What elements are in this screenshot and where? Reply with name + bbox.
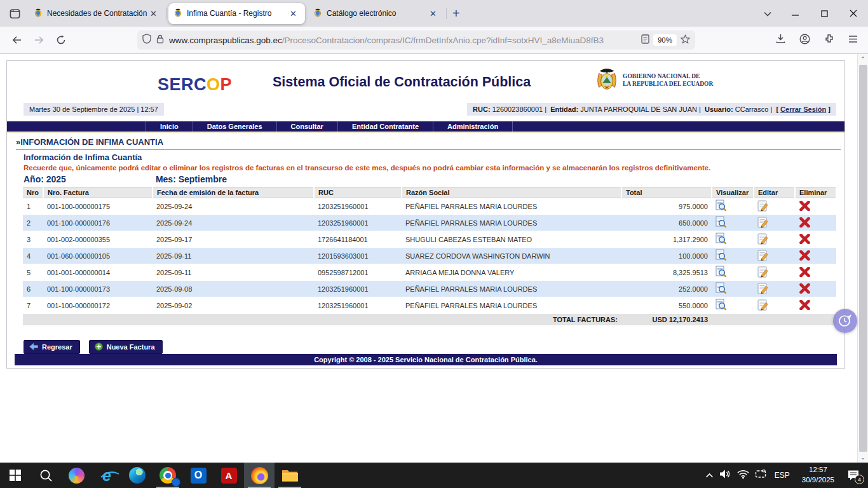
language-indicator[interactable]: ESP	[772, 471, 792, 480]
fecha-cell: 2025-09-24	[153, 198, 314, 215]
window-maximize-button[interactable]	[810, 0, 839, 27]
chrome-icon[interactable]	[153, 463, 183, 488]
total-facturas-value: USD 12,170.2413	[621, 314, 712, 326]
file-explorer-icon[interactable]	[275, 463, 305, 488]
tab-close-icon[interactable]: ✕	[287, 8, 300, 20]
action-cell	[754, 215, 795, 231]
visualizar-icon[interactable]	[715, 266, 727, 279]
factura-cell: 001-100-000000173	[43, 281, 153, 297]
menu-item-inicio[interactable]: Inicio	[146, 121, 193, 132]
menu-items: Inicio Datos Generales Consultar Entidad…	[146, 121, 513, 132]
invoice-table-body: 1001-100-0000001752025-09-24120325196000…	[23, 198, 836, 314]
firefox-icon[interactable]	[244, 463, 275, 488]
forward-icon[interactable]	[34, 35, 44, 45]
editar-icon[interactable]	[757, 299, 769, 312]
copilot-icon[interactable]	[61, 463, 92, 488]
editar-icon[interactable]	[757, 250, 769, 262]
invoice-row: 5001-001-0000000142025-09-11095259871200…	[23, 264, 836, 281]
editar-icon[interactable]	[757, 200, 769, 213]
url-bar[interactable]: www.compraspublicas.gob.ec/ProcesoContra…	[137, 30, 695, 50]
menu-item-datos-generales[interactable]: Datos Generales	[193, 121, 277, 132]
nueva-factura-button[interactable]: Nueva Factura	[89, 340, 163, 354]
account-icon[interactable]	[799, 34, 810, 47]
lock-icon[interactable]	[156, 34, 164, 46]
scrollbar-thumb[interactable]	[859, 65, 867, 452]
col-header-fecha: Fecha de emisión de la factura	[153, 187, 314, 198]
menu-item-administracion[interactable]: Administración	[433, 121, 513, 132]
site-header: SERCOP Sistema Oficial de Contratación P…	[7, 61, 844, 100]
window-minimize-button[interactable]	[780, 0, 810, 27]
clock-icon	[837, 313, 853, 329]
edge-icon[interactable]	[122, 463, 153, 488]
back-icon[interactable]	[11, 35, 22, 45]
ecuador-crest-favicon	[173, 8, 182, 19]
url-text[interactable]: www.compraspublicas.gob.ec/ProcesoContra…	[169, 36, 641, 45]
visualizar-icon[interactable]	[715, 299, 727, 312]
firefox-view-icon[interactable]	[4, 3, 25, 24]
cast-icon[interactable]	[755, 470, 766, 481]
extensions-icon[interactable]	[824, 34, 834, 46]
taskbar-search-button[interactable]	[31, 463, 61, 488]
ecuador-coat-of-arms-icon	[595, 67, 619, 94]
reader-mode-icon[interactable]	[641, 34, 649, 46]
editar-icon[interactable]	[757, 283, 769, 295]
tab-infima-cuantia[interactable]: Infima Cuantía - Registro ✕	[168, 3, 305, 24]
fecha-cell: 2025-09-02	[153, 297, 314, 314]
eliminar-icon[interactable]	[799, 234, 811, 245]
eliminar-icon[interactable]	[799, 300, 811, 311]
browser-toolbar: www.compraspublicas.gob.ec/ProcesoContra…	[0, 27, 868, 54]
tab-necesidades[interactable]: Necesidades de Contratación y ✕	[29, 3, 165, 24]
zoom-level-chip[interactable]: 90%	[653, 34, 677, 46]
regresar-button[interactable]: Regresar	[24, 340, 80, 354]
wifi-icon[interactable]	[737, 470, 749, 482]
razon-social-cell: PEÑAFIEL PARRALES MARIA LOURDES	[402, 198, 621, 215]
eliminar-icon[interactable]	[799, 201, 811, 212]
visualizar-icon[interactable]	[715, 233, 727, 246]
downloads-icon[interactable]	[776, 34, 785, 46]
tab-close-icon[interactable]: ✕	[426, 8, 440, 20]
page-scrollbar[interactable]: ⌃ ⌄	[857, 54, 868, 463]
eliminar-icon[interactable]	[799, 267, 811, 278]
outlook-icon[interactable]: O	[183, 463, 214, 488]
list-tabs-chevron-icon[interactable]	[755, 8, 780, 19]
logout-link[interactable]: Cerrar Sesión	[780, 105, 826, 113]
action-cell	[795, 198, 836, 215]
editar-icon[interactable]	[757, 266, 769, 279]
internet-explorer-icon[interactable]: e	[92, 463, 122, 488]
visualizar-icon[interactable]	[715, 216, 727, 229]
start-button[interactable]	[0, 463, 31, 488]
shield-icon[interactable]	[142, 34, 151, 46]
menu-item-entidad-contratante[interactable]: Entidad Contratante	[338, 121, 433, 132]
action-cell	[754, 198, 795, 215]
new-tab-button[interactable]: +	[445, 3, 468, 24]
scroll-down-icon[interactable]: ⌄	[858, 452, 868, 463]
government-logo: GOBIERNO NACIONAL DE LA REPUBLICA DEL EC…	[595, 67, 713, 94]
acrobat-icon[interactable]: A	[214, 463, 244, 488]
visualizar-icon[interactable]	[715, 249, 727, 262]
notification-center-button[interactable]: 4	[844, 467, 863, 484]
tray-chevron-icon[interactable]	[705, 470, 714, 481]
eliminar-icon[interactable]	[799, 283, 811, 295]
visualizar-icon[interactable]	[715, 200, 727, 213]
menu-item-consultar[interactable]: Consultar	[277, 121, 338, 132]
ruc-cell: 1203251960001	[314, 297, 402, 314]
datetime-box: Martes 30 de Septiembre de 2025 | 12:57	[24, 103, 164, 116]
editar-icon[interactable]	[757, 217, 769, 229]
eliminar-icon[interactable]	[799, 217, 811, 229]
floating-timer-widget[interactable]	[833, 309, 857, 333]
total-cell: 8,325.9513	[621, 264, 712, 281]
menu-hamburger-icon[interactable]	[848, 34, 858, 46]
tab-catalogo[interactable]: Catálogo electrónico ✕	[308, 3, 445, 24]
bookmark-star-icon[interactable]	[681, 34, 690, 46]
tab-close-icon[interactable]: ✕	[147, 8, 160, 20]
scroll-up-icon[interactable]: ⌃	[858, 54, 868, 64]
table-total-row: TOTAL FACTURAS: USD 12,170.2413	[23, 314, 836, 326]
reload-icon[interactable]	[56, 35, 66, 45]
eliminar-icon[interactable]	[799, 250, 811, 262]
visualizar-icon[interactable]	[715, 282, 727, 295]
editar-icon[interactable]	[757, 233, 769, 246]
volume-icon[interactable]	[719, 469, 731, 482]
clock[interactable]: 12:57 30/9/2025	[798, 465, 838, 485]
factura-cell: 001-100-000000176	[43, 215, 153, 231]
window-close-button[interactable]	[839, 0, 868, 27]
